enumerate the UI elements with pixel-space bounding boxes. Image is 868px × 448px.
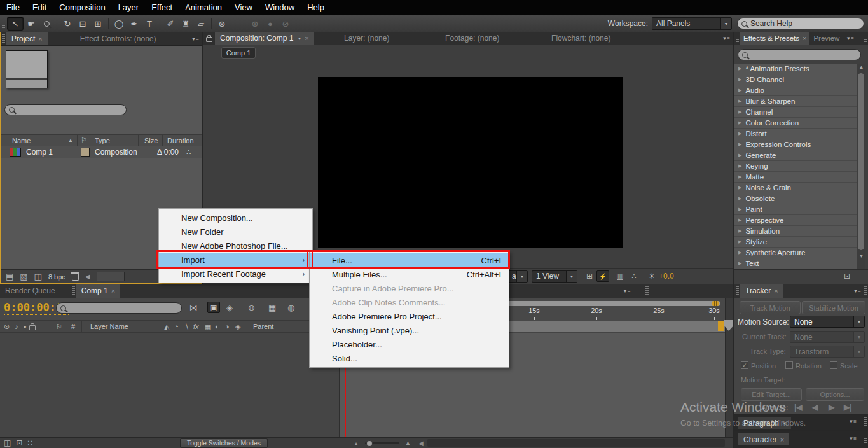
left-arrow-icon[interactable]: ◀ — [85, 273, 90, 280]
tag-icon[interactable]: ⚐ — [56, 323, 62, 331]
menu-composition[interactable]: Composition — [53, 0, 111, 15]
label-color-chip[interactable] — [81, 148, 90, 157]
hand-tool[interactable]: ☛ — [24, 17, 39, 30]
expand-transfer-controls-icon[interactable]: ⊡ — [16, 438, 22, 447]
expand-in-out-icon[interactable]: ∷ — [27, 438, 32, 447]
solo-icon[interactable]: ● — [24, 324, 27, 330]
panel-grip[interactable] — [864, 417, 867, 426]
view-axis-mode-button[interactable]: ⊘ — [278, 17, 293, 30]
menu-item-import[interactable]: Import› — [159, 253, 312, 267]
frame-blend-enable-icon[interactable]: ▣ — [207, 302, 220, 313]
tab-composition[interactable]: Composition: Comp 1 ▼ × — [215, 32, 314, 45]
menu-item-placeholder[interactable]: Placeholder... — [310, 337, 509, 351]
panel-grip[interactable] — [645, 286, 649, 295]
pen-tool[interactable]: ✒ — [127, 17, 142, 30]
brush-tool[interactable]: ✐ — [163, 17, 178, 30]
flowchart-icon[interactable]: ∴ — [186, 148, 191, 157]
motion-source-dropdown[interactable]: None ▼ — [790, 316, 865, 328]
effects-category-row[interactable]: ▶Perspective — [734, 215, 857, 226]
tab-layer[interactable]: Layer: (none) — [314, 32, 420, 45]
eraser-tool[interactable]: ▱ — [193, 17, 209, 30]
effects-category-row[interactable]: ▶Simulation — [734, 226, 857, 237]
zoom-tool[interactable] — [39, 17, 54, 30]
close-icon[interactable]: × — [38, 35, 42, 43]
expand-arrow-icon[interactable]: ▶ — [738, 174, 741, 179]
expand-arrow-icon[interactable]: ▶ — [738, 109, 741, 115]
tab-tracker[interactable]: Tracker × — [740, 284, 783, 298]
zoom-out-mountain-icon[interactable]: ▴ — [355, 440, 357, 446]
close-icon[interactable]: × — [774, 287, 778, 295]
panel-menu-icon[interactable]: ▼≡ — [846, 419, 859, 424]
effects-category-row[interactable]: ▶3D Channel — [734, 74, 857, 85]
effects-category-row[interactable]: ▶Matte — [734, 172, 857, 183]
tab-character[interactable]: Character × — [738, 433, 789, 445]
panel-menu-icon[interactable]: ▼≡ — [843, 36, 857, 41]
menu-effect[interactable]: Effect — [145, 0, 179, 15]
expand-arrow-icon[interactable]: ▶ — [738, 153, 741, 158]
tab-preview[interactable]: Preview — [809, 32, 843, 45]
navigator-end-handle[interactable] — [712, 301, 719, 306]
menu-help[interactable]: Help — [301, 0, 331, 15]
puppet-pin-tool[interactable]: ⊛ — [214, 17, 230, 30]
panel-menu-icon[interactable]: ▼≡ — [846, 436, 859, 442]
pan-behind-tool[interactable]: ⊞ — [90, 17, 106, 30]
menu-item-multiple-files[interactable]: Multiple Files...Ctrl+Alt+I — [310, 267, 509, 281]
sort-asc-icon[interactable]: ▲ — [68, 137, 73, 143]
panel-grip[interactable] — [736, 34, 739, 43]
composition-viewer[interactable] — [318, 77, 623, 248]
rotation-tool[interactable]: ↻ — [60, 17, 75, 30]
expand-arrow-icon[interactable]: ▶ — [738, 131, 741, 136]
panel-grip[interactable] — [864, 435, 867, 444]
frame-blending-icon[interactable]: ▦ — [268, 303, 276, 312]
effects-category-row[interactable]: ▶Obsolete — [734, 193, 857, 204]
expand-arrow-icon[interactable]: ▶ — [738, 218, 741, 223]
world-axis-mode-button[interactable]: ● — [263, 17, 278, 30]
effects-scrollbar[interactable]: ▲ ▼ — [857, 64, 865, 269]
shutter-icon[interactable]: ☀ — [645, 272, 659, 281]
effects-category-row[interactable]: ▶Paint — [734, 204, 857, 215]
menu-item-new-photoshop-file[interactable]: New Adobe Photoshop File... — [159, 239, 312, 253]
workspace-dropdown[interactable]: All Panels ▼ — [652, 17, 732, 30]
column-layer-name[interactable]: Layer Name — [90, 323, 128, 330]
effects-category-row[interactable]: ▶Stylize — [734, 237, 857, 248]
options-button[interactable]: Options... — [806, 388, 864, 401]
local-axis-mode-button[interactable]: ⊕ — [247, 17, 263, 30]
close-icon[interactable]: × — [803, 34, 806, 42]
close-icon[interactable]: × — [780, 436, 784, 444]
column-number[interactable]: # — [71, 323, 75, 330]
expand-arrow-icon[interactable]: ▶ — [738, 66, 741, 71]
column-size[interactable]: Size — [144, 137, 158, 144]
column-duration[interactable]: Duration — [167, 137, 194, 144]
3d-switch-icon[interactable]: ◈ — [235, 323, 240, 331]
expand-arrow-icon[interactable]: ▶ — [738, 142, 741, 147]
frame-blend-switch-icon[interactable]: ▦ — [205, 323, 211, 331]
expand-layer-switches-icon[interactable]: ◫ — [4, 438, 11, 447]
panel-grip[interactable] — [72, 286, 75, 295]
tab-project[interactable]: Project × — [6, 32, 48, 45]
quality-switch-icon[interactable]: ∖ — [184, 323, 189, 331]
track-motion-button[interactable]: Track Motion — [740, 301, 801, 314]
audio-icon[interactable]: ♪ — [15, 323, 18, 330]
exposure-value[interactable]: +0.0 — [659, 272, 674, 281]
panel-grip[interactable] — [736, 286, 739, 295]
menu-item-premiere-project[interactable]: Adobe Premiere Pro Project... — [310, 309, 509, 323]
draft-3d-icon[interactable]: ◈ — [226, 303, 233, 312]
menu-edit[interactable]: Edit — [26, 0, 53, 15]
expand-arrow-icon[interactable]: ▶ — [738, 164, 741, 169]
tab-flowchart[interactable]: Flowchart: (none) — [525, 32, 637, 45]
effects-category-row[interactable]: ▶Channel — [734, 107, 857, 118]
shy-switch-icon[interactable]: ◭ — [164, 323, 169, 331]
clone-stamp-tool[interactable]: ♜ — [178, 17, 193, 30]
expand-arrow-icon[interactable]: ▶ — [738, 185, 741, 190]
timeline-vertical-scrollbar[interactable] — [725, 298, 733, 438]
effects-category-row[interactable]: ▶Distort — [734, 129, 857, 139]
graph-editor-icon[interactable]: ◍ — [287, 303, 294, 312]
effects-category-row[interactable]: ▶Audio — [734, 85, 857, 96]
zoom-slider-knob[interactable] — [366, 440, 373, 447]
column-name[interactable]: Name — [12, 137, 31, 144]
rotation-checkbox[interactable] — [785, 361, 793, 369]
camera-tool[interactable]: ⊟ — [75, 17, 90, 30]
expand-arrow-icon[interactable]: ▶ — [738, 228, 741, 234]
close-icon[interactable]: × — [111, 287, 115, 295]
search-help-box[interactable]: Search Help — [737, 18, 864, 29]
